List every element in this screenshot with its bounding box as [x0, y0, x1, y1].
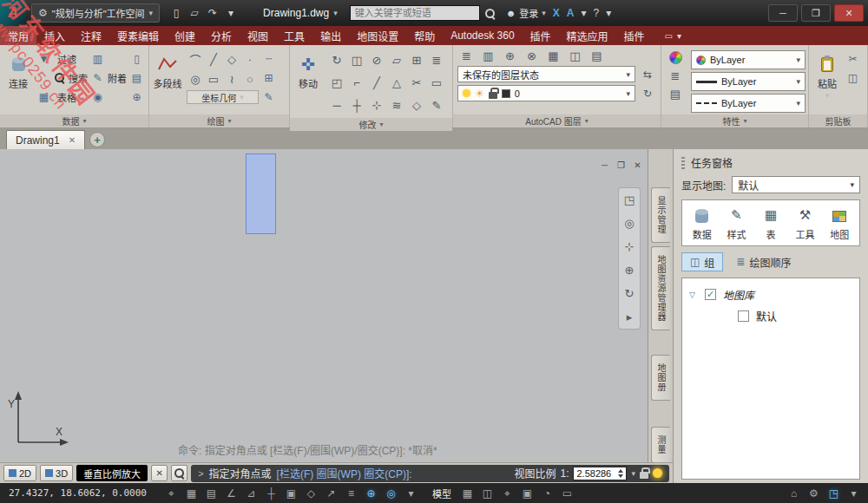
- layer-dropdown[interactable]: ☀ 0 ▾: [457, 85, 635, 101]
- modify-tool-icon[interactable]: ▱: [387, 49, 406, 71]
- status-toggle-icon[interactable]: ┼: [262, 486, 280, 500]
- status-toggle-icon[interactable]: ▦: [458, 486, 477, 500]
- layer-thaw-icon[interactable]: ☀: [475, 88, 484, 100]
- layer-tool-icon[interactable]: ▥: [479, 48, 497, 63]
- ribbon-tab[interactable]: 工具: [276, 26, 312, 45]
- model-space-button[interactable]: 模型: [432, 487, 451, 500]
- layer-tool-icon[interactable]: ▤: [588, 48, 606, 63]
- layer-on-icon[interactable]: [463, 89, 470, 97]
- modify-tool-icon[interactable]: ⌐: [347, 72, 366, 94]
- ribbon-tab[interactable]: 插入: [36, 26, 73, 45]
- ribbon-tab[interactable]: 输出: [312, 26, 349, 45]
- viewport-minimize-icon[interactable]: ─: [598, 160, 611, 171]
- document-tab-drawing1[interactable]: Drawing1 ✕: [6, 130, 85, 149]
- layer-tool-icon[interactable]: ▦: [544, 48, 562, 63]
- layer-tool-icon[interactable]: ◫: [566, 48, 584, 63]
- status-toggle-icon[interactable]: ▦: [182, 486, 201, 500]
- data-tool-button[interactable]: ▯: [130, 50, 143, 67]
- tree-item[interactable]: 默认: [689, 309, 852, 323]
- map-tool-icon[interactable]: 地图: [823, 206, 856, 241]
- taskpane-side-tab[interactable]: 地图资源管理器: [651, 246, 670, 330]
- panel-label-clipboard[interactable]: 剪贴板: [809, 114, 867, 127]
- ribbon-tab[interactable]: 插件: [523, 26, 559, 45]
- minimize-button[interactable]: ─: [768, 4, 798, 22]
- draw-tool-button[interactable]: ✎: [262, 88, 275, 105]
- layer-tool-icon[interactable]: ⊕: [501, 48, 519, 63]
- ribbon-tab[interactable]: 插件: [616, 26, 653, 45]
- data-tool-button[interactable]: ▥: [91, 50, 127, 67]
- taskpane-tab[interactable]: ◫ 组: [681, 252, 723, 271]
- tree-checkbox[interactable]: [738, 310, 749, 322]
- chevron-down-icon[interactable]: ▾: [606, 7, 611, 19]
- open-folder-icon[interactable]: ▱: [187, 5, 202, 21]
- command-options-text[interactable]: [栏选(F) 圈围(WP) 圈交(CP)]:: [277, 466, 412, 480]
- drawing-canvas[interactable]: ─❐✕ ◳◎⊹⊕↻▸ Y X 命令: 指定对角点或 [栏选(F)/圈围(WP)/…: [0, 149, 648, 462]
- draw-tool-icon[interactable]: ≀: [223, 69, 240, 88]
- linetype-dropdown[interactable]: ByLayer ▾: [691, 94, 806, 113]
- data-tool-button[interactable]: ▼ 过滤: [37, 50, 88, 67]
- modify-tool-icon[interactable]: ⊹: [367, 95, 386, 116]
- connect-button[interactable]: 连接: [3, 47, 34, 113]
- chevron-down-icon[interactable]: ▾: [581, 7, 586, 19]
- clipboard-tool-button[interactable]: ✂: [846, 50, 859, 67]
- status-toggle-icon[interactable]: ≡: [342, 486, 360, 500]
- orbit-icon[interactable]: ↻: [625, 287, 635, 300]
- status-toggle-icon[interactable]: ▣: [282, 486, 300, 500]
- display-map-select[interactable]: 默认 ▾: [732, 176, 860, 193]
- paste-button[interactable]: 粘贴 ▾: [812, 47, 843, 113]
- modify-tool-icon[interactable]: ↻: [327, 49, 346, 71]
- status-tool-icon[interactable]: ◳: [825, 486, 843, 500]
- ribbon-tab[interactable]: 地图设置: [349, 26, 406, 45]
- modify-tool-icon[interactable]: ╱: [367, 72, 386, 94]
- modify-tool-icon[interactable]: ─: [327, 95, 346, 116]
- workspace-switcher[interactable]: ⚙ "规划与分析"工作空间 ▾: [31, 3, 160, 23]
- modify-tool-icon[interactable]: ◫: [347, 49, 366, 71]
- close-tab-icon[interactable]: ✕: [69, 135, 76, 145]
- ribbon-tab[interactable]: 注释: [73, 26, 109, 45]
- ribbon-tab[interactable]: 帮助: [406, 26, 443, 45]
- modify-tool-icon[interactable]: ◇: [407, 95, 426, 116]
- data-tool-button[interactable]: 搜索: [37, 69, 88, 86]
- chevron-down-icon[interactable]: ▾: [333, 9, 338, 17]
- ribbon-tab[interactable]: 分析: [203, 26, 240, 45]
- style-tool-icon[interactable]: ✎ 样式: [720, 206, 753, 241]
- ribbon-tab[interactable]: Autodesk 360: [443, 26, 522, 45]
- layer-state-dropdown[interactable]: 未保存的图层状态 ▾: [457, 66, 635, 82]
- data-tool-button[interactable]: ▤: [130, 69, 143, 86]
- data-tool-icon[interactable]: 数据: [686, 206, 719, 241]
- status-toggle-icon[interactable]: ⌖: [498, 486, 516, 500]
- status-tool-icon[interactable]: ⚙: [805, 486, 823, 500]
- ribbon-tab[interactable]: 常用: [0, 26, 36, 45]
- exchange-apps-icon[interactable]: X: [553, 7, 560, 19]
- search-input[interactable]: [350, 5, 480, 21]
- new-tab-button[interactable]: +: [89, 132, 105, 147]
- stepper-icon[interactable]: [618, 469, 623, 478]
- modify-tool-icon[interactable]: ≣: [427, 49, 446, 71]
- modify-tool-icon[interactable]: ┼: [347, 95, 366, 116]
- taskpane-side-tab[interactable]: 测量: [651, 427, 670, 463]
- zoom-icon[interactable]: ⊕: [625, 264, 635, 277]
- data-tool-button[interactable]: ✎ 附着: [91, 69, 127, 86]
- ribbon-display-caret-icon[interactable]: ▾: [677, 31, 681, 41]
- viewport-restore-icon[interactable]: ❐: [615, 160, 628, 171]
- layer-tool-icon[interactable]: ⊗: [523, 48, 541, 63]
- tree-toggle-icon[interactable]: ▽: [689, 291, 698, 299]
- layer-refresh-icon[interactable]: ↻: [639, 88, 656, 100]
- modify-tool-icon[interactable]: ⊘: [367, 49, 386, 71]
- clipboard-tool-button[interactable]: ◫: [846, 69, 859, 86]
- draw-tool-icon[interactable]: ◇: [223, 49, 240, 69]
- quick-access-dropdown-icon[interactable]: ▾: [223, 5, 239, 21]
- autodesk-apps-icon[interactable]: A: [567, 7, 575, 19]
- panel-label-properties[interactable]: 特性 ▾: [661, 114, 808, 127]
- tree-item[interactable]: ▽ 地图库: [689, 287, 852, 302]
- table-tool-icon[interactable]: ▦ 表: [754, 206, 787, 241]
- properties-table-icon[interactable]: ▤: [670, 88, 681, 101]
- status-toggle-icon[interactable]: ↗: [322, 486, 340, 500]
- draw-tool-icon[interactable]: ▭: [205, 69, 222, 88]
- autocad-logo-icon[interactable]: A: [0, 0, 26, 26]
- lineweight-dropdown[interactable]: ByLayer ▾: [691, 72, 806, 91]
- panel-label-modify[interactable]: 修改 ▾: [290, 118, 452, 131]
- object-color-dropdown[interactable]: ByLayer ▾: [691, 50, 806, 69]
- steering-wheel-icon[interactable]: ◎: [624, 217, 634, 230]
- status-toggle-icon[interactable]: ⊕: [362, 486, 380, 500]
